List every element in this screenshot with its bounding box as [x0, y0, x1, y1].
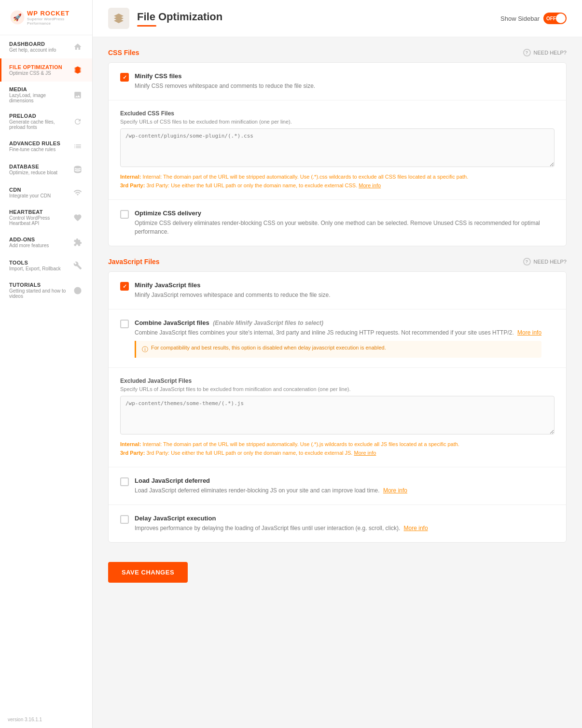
home-icon	[71, 40, 84, 54]
excluded-js-desc: Specify URLs of JavaScript files to be e…	[120, 386, 554, 392]
js-help-circle-icon: ?	[523, 258, 531, 266]
delay-execution-more-info-link[interactable]: More info	[404, 525, 428, 532]
list-icon	[71, 140, 84, 153]
play-icon	[71, 284, 84, 297]
excluded-css-textarea[interactable]	[120, 128, 554, 167]
css-info-3rdparty: 3rd Party: 3rd Party: Use either the ful…	[120, 182, 554, 190]
sidebar-item-preload[interactable]: PRELOAD Generate cache files, preload fo…	[0, 108, 92, 135]
toggle-off-text: OFF	[546, 16, 556, 21]
delay-execution-desc: Improves performance by delaying the loa…	[135, 524, 428, 532]
sidebar-toggle-switch[interactable]: OFF	[543, 13, 567, 24]
page-header: File Optimization Show Sidebar OFF	[93, 0, 582, 37]
sidebar-item-tutorials[interactable]: TUTORIALS Getting started and how to vid…	[0, 277, 92, 304]
minify-css-row: Minify CSS files Minify CSS removes whit…	[109, 63, 566, 100]
js-need-help-button[interactable]: ? NEED HELP?	[523, 258, 567, 266]
show-sidebar-label: Show Sidebar	[500, 15, 540, 22]
cdn-icon	[71, 186, 84, 199]
page-title-underline	[137, 25, 156, 27]
image-icon	[71, 88, 84, 102]
page-title: File Optimization	[137, 11, 222, 23]
css-more-info-link[interactable]: More info	[359, 182, 381, 188]
combine-js-checkbox[interactable]	[120, 320, 129, 328]
combine-js-row: Combine JavaScript files (Enable Minify …	[109, 309, 566, 368]
sidebar-item-addons[interactable]: ADD-ONS Add more features	[0, 231, 92, 254]
content-body: CSS Files ? NEED HELP? Minify CSS files …	[93, 37, 582, 594]
combine-js-italic: (Enable Minify JavaScript files to selec…	[213, 320, 323, 326]
js-info-3rdparty: 3rd Party: 3rd Party: Use either the ful…	[120, 449, 554, 458]
delay-execution-checkbox[interactable]	[120, 515, 129, 524]
tools-icon	[71, 259, 84, 272]
minify-css-checkbox[interactable]	[120, 73, 129, 82]
combine-js-label: Combine JavaScript files (Enable Minify …	[135, 319, 541, 326]
excluded-css-desc: Specify URLs of CSS files to be excluded…	[120, 119, 554, 125]
optimize-css-row: Optimize CSS delivery Optimize CSS deliv…	[109, 200, 566, 246]
js-card: Minify JavaScript files Minify JavaScrip…	[108, 271, 567, 543]
load-deferred-desc: Load JavaScript deferred eliminates rend…	[135, 486, 407, 495]
css-info-internal: Internal: Internal: The domain part of t…	[120, 173, 554, 182]
js-section-title: JavaScript Files	[108, 258, 160, 266]
minify-js-row: Minify JavaScript files Minify JavaScrip…	[109, 272, 566, 309]
css-section-header: CSS Files ? NEED HELP?	[108, 49, 567, 56]
heartbeat-icon	[71, 211, 84, 224]
minify-js-desc: Minify JavaScript removes whitespace and…	[135, 291, 331, 299]
logo-title: WP ROCKET	[27, 10, 83, 17]
warning-icon: ⓘ	[142, 345, 148, 354]
addons-icon	[71, 236, 84, 249]
css-need-help-button[interactable]: ? NEED HELP?	[523, 49, 567, 56]
sidebar-toggle-area: Show Sidebar OFF	[500, 13, 567, 24]
sidebar-item-dashboard[interactable]: DASHBOARD Get help, account info	[0, 35, 92, 58]
excluded-css-row: Excluded CSS Files Specify URLs of CSS f…	[109, 100, 566, 200]
save-changes-button[interactable]: SAVE CHANGES	[108, 562, 188, 583]
version-label: version 3.16.1.1	[0, 711, 92, 728]
optimize-css-label: Optimize CSS delivery	[135, 210, 554, 217]
sidebar: 🚀 WP ROCKET Superior WordPress Performan…	[0, 0, 93, 728]
help-circle-icon: ?	[523, 49, 531, 56]
sidebar-item-media[interactable]: MEDIA LazyLoad, image dimensions	[0, 82, 92, 108]
css-section-title: CSS Files	[108, 49, 139, 56]
database-icon	[71, 163, 84, 176]
svg-text:🚀: 🚀	[13, 13, 22, 22]
wp-rocket-logo-icon: 🚀	[10, 9, 25, 26]
combine-js-more-info-link[interactable]: More info	[517, 329, 541, 336]
sidebar-item-advanced-rules[interactable]: ADVANCED RULES Fine-tune cache rules	[0, 135, 92, 158]
css-card: Minify CSS files Minify CSS removes whit…	[108, 62, 567, 246]
minify-css-desc: Minify CSS removes whitespace and commen…	[135, 82, 315, 90]
logo-subtitle: Superior WordPress Performance	[27, 17, 83, 26]
load-deferred-checkbox[interactable]	[120, 477, 129, 486]
combine-js-warning: ⓘ For compatibility and best results, th…	[135, 341, 541, 358]
optimize-css-desc: Optimize CSS delivery eliminates render-…	[135, 219, 554, 236]
load-deferred-more-info-link[interactable]: More info	[383, 487, 407, 494]
js-info-internal: Internal: Internal: The domain part of t…	[120, 440, 554, 449]
excluded-css-label: Excluded CSS Files	[120, 110, 554, 117]
delay-execution-row: Delay JavaScript execution Improves perf…	[109, 505, 566, 542]
minify-js-label: Minify JavaScript files	[135, 281, 331, 289]
excluded-js-row: Excluded JavaScript Files Specify URLs o…	[109, 368, 566, 467]
minify-js-checkbox[interactable]	[120, 282, 129, 291]
delay-execution-label: Delay JavaScript execution	[135, 515, 428, 522]
sidebar-item-file-optimization[interactable]: FILE OPTIMIZATION Optimize CSS & JS	[0, 58, 92, 82]
load-deferred-label: Load JavaScript deferred	[135, 477, 407, 484]
page-icon	[108, 8, 129, 29]
sidebar-item-database[interactable]: DATABASE Optimize, reduce bloat	[0, 158, 92, 181]
excluded-js-label: Excluded JavaScript Files	[120, 378, 554, 384]
logo: 🚀 WP ROCKET Superior WordPress Performan…	[0, 0, 92, 35]
excluded-js-textarea[interactable]	[120, 396, 554, 434]
layers-icon	[71, 63, 84, 77]
sidebar-item-cdn[interactable]: CDN Integrate your CDN	[0, 181, 92, 204]
sidebar-item-tools[interactable]: TOOLS Import, Export, Rollback	[0, 254, 92, 277]
toggle-knob	[556, 14, 566, 23]
load-deferred-row: Load JavaScript deferred Load JavaScript…	[109, 467, 566, 505]
sidebar-item-heartbeat[interactable]: HEARTBEAT Control WordPress Heartbeat AP…	[0, 204, 92, 231]
main-content: File Optimization Show Sidebar OFF CSS F…	[93, 0, 582, 728]
refresh-icon	[71, 115, 84, 128]
js-more-info-link[interactable]: More info	[354, 450, 376, 456]
combine-js-desc: Combine JavaScript files combines your s…	[135, 328, 541, 337]
js-section-header: JavaScript Files ? NEED HELP?	[108, 258, 567, 266]
minify-css-label: Minify CSS files	[135, 72, 315, 80]
optimize-css-checkbox[interactable]	[120, 210, 129, 219]
